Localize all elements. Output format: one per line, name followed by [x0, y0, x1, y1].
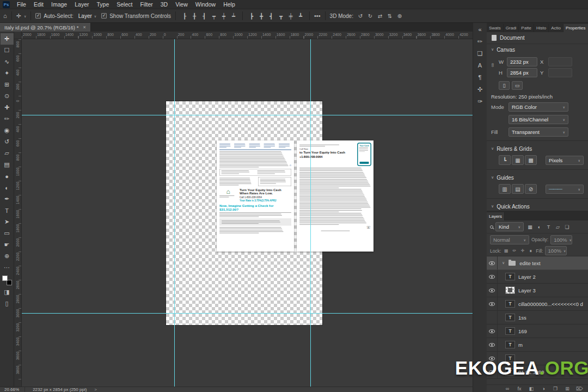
ruler-origin-icon[interactable]: ┗ [499, 155, 511, 165]
eraser-tool[interactable]: ▱ [1, 148, 14, 159]
panel-tab-layers[interactable]: Layers [487, 212, 505, 220]
guide-horizontal[interactable] [22, 313, 473, 314]
layer-group-icon[interactable]: ❐ [551, 384, 560, 392]
ruler-units-select[interactable]: Pixels∨ [546, 156, 584, 165]
layer-row[interactable]: Layer 3 [487, 284, 588, 297]
landscape-icon[interactable]: ▭ [512, 81, 523, 90]
character-panel-icon[interactable]: A [474, 60, 486, 71]
3d-pan-icon[interactable]: ⇄ [376, 11, 384, 20]
layer-visibility-toggle[interactable] [487, 256, 498, 270]
mode-select[interactable]: RGB Color∨ [509, 102, 568, 112]
color-swatches[interactable] [2, 275, 12, 285]
layer-row[interactable]: TLayer 2 [487, 270, 588, 284]
layer-visibility-toggle[interactable] [487, 311, 498, 324]
spot-healing-brush-tool[interactable]: ✚ [1, 102, 14, 113]
ruler-v[interactable]: 8006004002000200400600800100012001400160… [14, 39, 22, 387]
menu-file[interactable]: File [13, 1, 30, 8]
auto-select-checkbox[interactable]: ✓ [35, 13, 41, 19]
filter-shape-layers-icon[interactable]: ▱ [554, 223, 562, 231]
delete-layer-icon[interactable]: ⌦ [575, 384, 584, 392]
distribute-top-icon[interactable]: ┳ [277, 11, 285, 20]
3d-orbit-icon[interactable]: ↺ [356, 11, 365, 20]
screen-mode-icon[interactable]: ▯ [1, 298, 14, 309]
history-brush-tool[interactable]: ↺ [1, 136, 14, 148]
home-icon[interactable]: ⌂ [3, 13, 7, 19]
ruler-h[interactable]: 2000180016001400120010008006004002000200… [22, 32, 473, 39]
canvas-height-input[interactable]: 2854 px [507, 68, 537, 77]
close-icon[interactable]: × [83, 24, 85, 30]
align-bottom-icon[interactable]: ┷ [229, 11, 238, 20]
paragraph-panel-icon[interactable]: ¶ [474, 72, 486, 83]
guide-layout-icon[interactable]: ▤ [512, 184, 524, 194]
align-center-v-icon[interactable]: ┿ [219, 11, 228, 20]
filter-pixel-layers-icon[interactable]: ▦ [526, 223, 534, 231]
quick-selection-tool[interactable]: ✦ [1, 68, 14, 79]
layer-row[interactable]: ∨edite text [487, 256, 588, 270]
layer-visibility-toggle[interactable] [487, 324, 498, 338]
guide-vertical[interactable] [174, 39, 175, 387]
brush-tool[interactable]: ✏ [1, 113, 14, 125]
grid-settings-icon[interactable]: ▩ [525, 155, 537, 165]
layer-visibility-toggle[interactable] [487, 270, 498, 283]
gradient-tool[interactable]: ▤ [1, 159, 14, 170]
panel-tab-actio[interactable]: Actio [549, 24, 564, 32]
new-guide-icon[interactable]: ▥ [499, 184, 511, 194]
move-tool[interactable]: ✛ [1, 33, 14, 45]
3d-roll-icon[interactable]: ↻ [366, 11, 375, 20]
fill-opacity-select[interactable]: 100%∨ [545, 246, 567, 255]
lasso-tool[interactable]: ∿ [1, 56, 14, 68]
layer-row[interactable]: Tm [487, 338, 588, 352]
dodge-tool[interactable]: ◐ [1, 182, 14, 193]
canvas-x-input[interactable] [548, 57, 572, 66]
panel-tab-swats[interactable]: Swats [487, 24, 504, 32]
menu-3d[interactable]: 3D [157, 1, 171, 8]
panel-tab-properties[interactable]: Properties [564, 24, 588, 32]
align-center-h-icon[interactable]: ╂ [190, 11, 199, 20]
kind-select[interactable]: Kind∨ [495, 222, 524, 231]
guide-vertical[interactable] [310, 39, 311, 387]
fill-select[interactable]: Transparent∨ [509, 127, 568, 137]
menu-edit[interactable]: Edit [30, 1, 47, 8]
new-layer-icon[interactable]: ⊞ [563, 384, 572, 392]
clone-source-panel-icon[interactable]: ❏ [474, 48, 486, 59]
menu-help[interactable]: Help [219, 1, 239, 8]
layer-row[interactable]: T01.01.1990 [487, 365, 588, 379]
status-menu-arrow[interactable]: > [94, 387, 97, 392]
document-tab[interactable]: Italy id.psd @ 20.7% (RGB/16) * × [0, 23, 91, 32]
blur-tool[interactable]: ● [1, 170, 14, 182]
align-right-icon[interactable]: ┨ [200, 11, 209, 20]
photoshop-logo[interactable]: Ps [3, 1, 10, 8]
link-layers-icon[interactable]: ∞ [503, 384, 512, 392]
opacity-select[interactable]: 100%∨ [550, 235, 572, 244]
marquee-tool[interactable]: ☐ [1, 45, 14, 56]
auto-select-target-select[interactable]: Layer∨ [76, 12, 99, 20]
foreground-color-swatch[interactable] [2, 275, 8, 281]
tool-preset-arrow-icon[interactable]: ∨ [24, 14, 26, 18]
layer-row[interactable]: Tcilla0000000...<<<<<<<<0 d [487, 297, 588, 311]
grid-icon[interactable]: ▦ [512, 155, 524, 165]
distribute-center-v-icon[interactable]: ╪ [286, 11, 295, 20]
layer-effects-icon[interactable]: fx [515, 384, 524, 392]
menu-image[interactable]: Image [47, 1, 71, 8]
layer-row[interactable]: T169 [487, 324, 588, 338]
section-rulers-grids[interactable]: ∨Rulers & Grids [487, 143, 588, 154]
section-quick-actions[interactable]: ∨Quick Actions [487, 201, 588, 211]
zoom-tool[interactable]: ⊕ [1, 250, 14, 262]
canvas[interactable]: ⌂ Turn Your Equity Into Cash When Rates … [22, 39, 473, 387]
lock-pixels-icon[interactable]: ✏ [511, 247, 518, 254]
edit-toolbar-icon[interactable]: ⋯ [1, 262, 14, 273]
quick-mask-icon[interactable]: ◨ [1, 286, 14, 298]
panel-tab-histo[interactable]: Histo [534, 24, 549, 32]
align-left-icon[interactable]: ┠ [180, 11, 189, 20]
panel-tab-gradi[interactable]: Gradi [504, 24, 519, 32]
glyphs-panel-icon[interactable]: ✣ [474, 84, 486, 95]
crop-tool[interactable]: ⊞ [1, 79, 14, 90]
3d-slide-icon[interactable]: ⇅ [385, 11, 394, 20]
hand-tool[interactable]: ☛ [1, 239, 14, 250]
collapse-panels-icon[interactable]: « [474, 24, 486, 35]
section-guides[interactable]: ∨Guides [487, 172, 588, 183]
layer-visibility-toggle[interactable] [487, 284, 498, 297]
canvas-y-input[interactable] [548, 68, 572, 77]
layer-visibility-toggle[interactable] [487, 365, 498, 378]
distribute-bottom-icon[interactable]: ┻ [296, 11, 305, 20]
